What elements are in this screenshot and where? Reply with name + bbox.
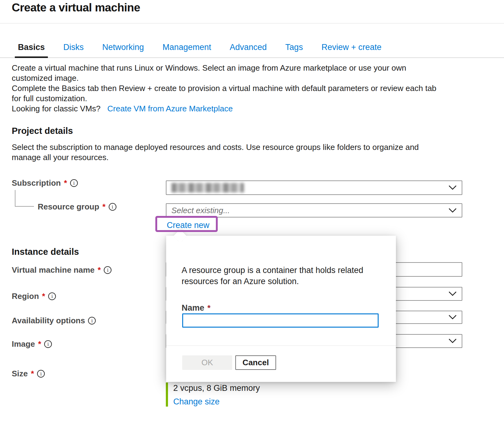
create-vm-page: Create a virtual machine Basics Disks Ne… xyxy=(0,0,504,422)
change-size-link[interactable]: Change size xyxy=(173,397,220,407)
info-icon[interactable]: i xyxy=(37,370,45,378)
tab-advanced[interactable]: Advanced xyxy=(227,43,270,57)
tab-basics[interactable]: Basics xyxy=(15,43,48,57)
subscription-value-redacted xyxy=(171,183,244,192)
size-specs: 2 vcpus, 8 GiB memory xyxy=(173,383,296,393)
chevron-down-icon xyxy=(448,315,457,320)
vm-name-label: Virtual machine name * i xyxy=(12,265,111,275)
callout-divider xyxy=(166,345,396,346)
image-label: Image * i xyxy=(12,339,52,349)
resource-group-callout: A resource group is a container that hol… xyxy=(166,236,396,382)
required-asterisk: * xyxy=(42,292,45,301)
header-divider xyxy=(0,23,504,23)
size-selection: 2 vcpus, 8 GiB memory Change size xyxy=(166,383,296,407)
chevron-down-icon xyxy=(448,291,457,296)
callout-description: A resource group is a container that hol… xyxy=(182,265,385,287)
required-asterisk: * xyxy=(31,369,34,379)
info-icon[interactable]: i xyxy=(88,317,96,325)
size-label: Size * i xyxy=(12,369,45,379)
required-asterisk: * xyxy=(208,303,211,313)
name-input[interactable] xyxy=(182,313,379,328)
info-icon[interactable]: i xyxy=(70,179,78,187)
info-icon[interactable]: i xyxy=(104,266,111,274)
tab-disks[interactable]: Disks xyxy=(60,43,87,57)
required-asterisk: * xyxy=(64,178,67,188)
region-label: Region * i xyxy=(12,292,56,301)
project-details-description: Select the subscription to manage deploy… xyxy=(12,142,447,163)
info-icon[interactable]: i xyxy=(109,203,116,211)
required-asterisk: * xyxy=(38,339,41,349)
intro-paragraph-1: Create a virtual machine that runs Linux… xyxy=(12,63,443,83)
resource-group-connector-line xyxy=(15,190,34,207)
classic-vms-question: Looking for classic VMs? xyxy=(12,104,101,113)
chevron-down-icon xyxy=(448,338,457,344)
resource-group-label: Resource group * i xyxy=(38,202,116,212)
info-icon[interactable]: i xyxy=(48,292,56,300)
chevron-down-icon xyxy=(448,208,457,213)
ok-button[interactable]: OK xyxy=(182,355,232,370)
tab-management[interactable]: Management xyxy=(159,43,214,57)
tab-networking[interactable]: Networking xyxy=(99,43,147,57)
subscription-label: Subscription * i xyxy=(12,178,78,188)
classic-vms-line: Looking for classic VMs?Create VM from A… xyxy=(12,104,443,114)
name-label: Name * xyxy=(182,303,211,313)
cancel-button[interactable]: Cancel xyxy=(235,355,276,370)
required-asterisk: * xyxy=(102,202,105,212)
info-icon[interactable]: i xyxy=(44,340,52,348)
annotation-highlight-box xyxy=(155,216,218,232)
project-details-heading: Project details xyxy=(12,126,73,136)
availability-options-label: Availability options i xyxy=(12,316,96,325)
intro-paragraph-2: Complete the Basics tab then Review + cr… xyxy=(12,83,443,104)
subscription-select[interactable] xyxy=(166,180,462,195)
intro-text: Create a virtual machine that runs Linux… xyxy=(12,63,443,114)
create-vm-marketplace-link[interactable]: Create VM from Azure Marketplace xyxy=(107,104,233,113)
tab-tags[interactable]: Tags xyxy=(282,43,306,57)
resource-group-placeholder: Select existing... xyxy=(171,206,230,215)
chevron-down-icon xyxy=(448,185,457,190)
resource-group-select[interactable]: Select existing... xyxy=(166,203,462,217)
tab-review-create[interactable]: Review + create xyxy=(318,43,384,57)
required-asterisk: * xyxy=(98,265,101,275)
instance-details-heading: Instance details xyxy=(12,247,79,257)
tabs-bar: Basics Disks Networking Management Advan… xyxy=(0,43,504,58)
page-title: Create a virtual machine xyxy=(12,1,140,14)
